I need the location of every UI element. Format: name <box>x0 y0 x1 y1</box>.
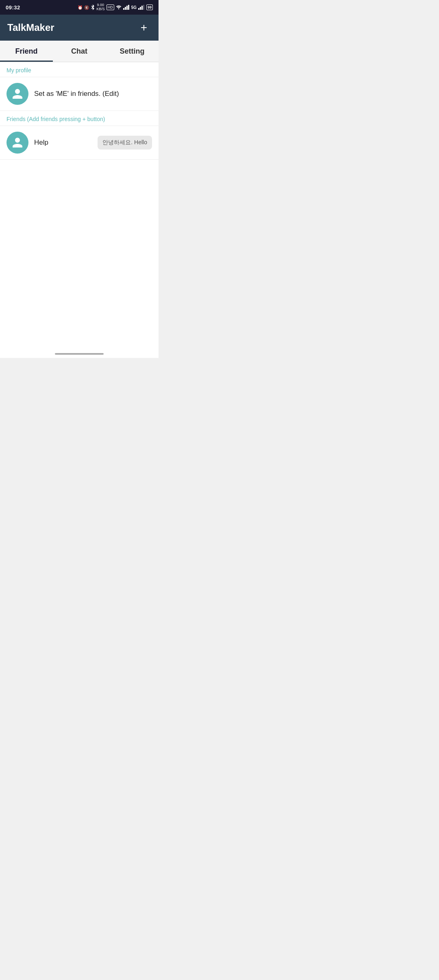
main-content: My profile Set as 'ME' in friends. (Edit… <box>0 62 159 347</box>
add-button[interactable]: + <box>137 20 151 35</box>
home-indicator <box>0 347 159 358</box>
friends-section-header: Friends (Add friends pressing + button) <box>0 111 159 126</box>
hd-icon: HD <box>106 4 114 10</box>
person-icon <box>11 88 24 100</box>
app-title: TalkMaker <box>7 22 54 33</box>
my-profile-avatar <box>7 83 28 105</box>
status-icons: ⏰ 🔇 9.00KB/S HD <box>78 3 153 11</box>
friend-person-icon <box>11 137 24 149</box>
network-type: 5G <box>131 5 137 10</box>
status-time: 09:32 <box>6 4 20 11</box>
mute-icon: 🔇 <box>84 5 89 10</box>
friend-message-bubble: 안녕하세요. Hello <box>98 136 152 150</box>
data-speed: 9.00KB/S <box>96 3 105 11</box>
friend-name: Help <box>34 139 92 147</box>
battery-level: 99 <box>146 4 153 10</box>
status-bar: 09:32 ⏰ 🔇 9.00KB/S HD <box>0 0 159 15</box>
alarm-icon: ⏰ <box>78 5 83 10</box>
friend-item-help[interactable]: Help 안녕하세요. Hello <box>0 126 159 160</box>
signal-icon <box>123 5 130 10</box>
my-profile-name: Set as 'ME' in friends. (Edit) <box>34 90 152 98</box>
svg-rect-4 <box>128 5 129 10</box>
tab-bar: Friend Chat Setting <box>0 41 159 62</box>
friend-help-avatar <box>7 132 28 154</box>
svg-rect-6 <box>140 7 141 10</box>
5g-signal-icon <box>138 5 145 10</box>
my-profile-section-header: My profile <box>0 62 159 77</box>
svg-rect-8 <box>143 5 144 10</box>
home-indicator-bar <box>55 353 104 355</box>
bluetooth-icon <box>91 4 95 10</box>
my-profile-item[interactable]: Set as 'ME' in friends. (Edit) <box>0 77 159 111</box>
svg-rect-5 <box>138 8 139 10</box>
svg-rect-1 <box>123 8 124 10</box>
plus-icon: + <box>141 22 147 33</box>
svg-rect-2 <box>125 7 126 10</box>
svg-point-0 <box>118 9 119 10</box>
tab-friend[interactable]: Friend <box>0 41 53 62</box>
tab-setting[interactable]: Setting <box>106 41 159 62</box>
svg-rect-7 <box>141 6 143 10</box>
tab-chat[interactable]: Chat <box>53 41 106 62</box>
battery-icon: 99 <box>146 4 153 10</box>
wifi-icon <box>116 5 122 9</box>
app-header: TalkMaker + <box>0 15 159 41</box>
svg-rect-3 <box>126 6 128 10</box>
